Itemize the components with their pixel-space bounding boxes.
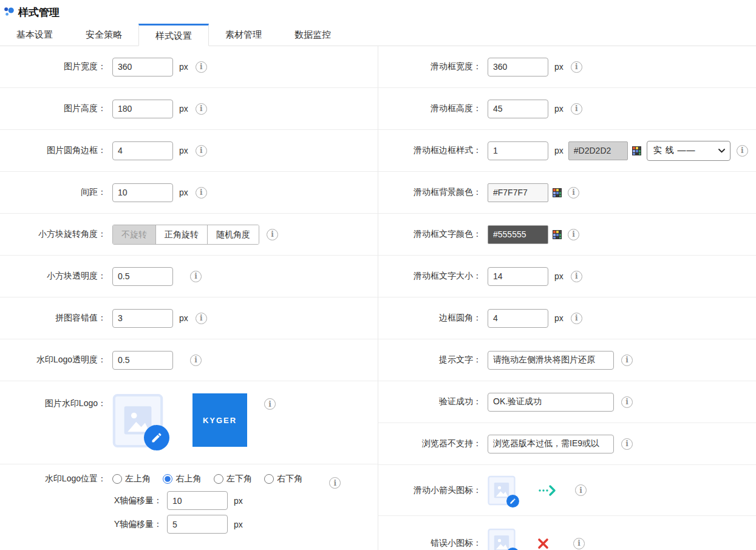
- row-image-radius: 图片圆角边框： px: [0, 130, 378, 172]
- logo-position-content: 左上角 右上角 左下角 右下角: [112, 474, 312, 534]
- unit-label: px: [179, 146, 188, 155]
- row-slider-border-style: 滑动框边框样式： px 实 线 ——: [378, 130, 756, 172]
- info-icon[interactable]: [190, 271, 202, 282]
- row-image-height: 图片高度： px: [0, 88, 378, 130]
- slider-border-style-label: 滑动框边框样式：: [378, 145, 488, 156]
- tab-material-management[interactable]: 素材管理: [209, 23, 278, 46]
- radio-top-left-input[interactable]: [112, 474, 122, 484]
- info-icon[interactable]: [571, 103, 582, 115]
- radio-top-left[interactable]: 左上角: [112, 474, 151, 484]
- info-icon[interactable]: [196, 61, 207, 73]
- image-placeholder-icon: [488, 528, 516, 550]
- tolerance-input[interactable]: [112, 309, 173, 328]
- border-width-input[interactable]: [488, 141, 548, 160]
- logo-opacity-input[interactable]: [112, 351, 173, 370]
- info-icon[interactable]: [737, 145, 748, 157]
- text-color-input[interactable]: [488, 225, 548, 244]
- row-block-opacity: 小方块透明度：: [0, 256, 378, 297]
- watermark-logo-label: 图片水印Logo：: [0, 393, 112, 409]
- info-icon[interactable]: [196, 187, 207, 199]
- unsupported-text-label: 浏览器不支持：: [378, 438, 488, 449]
- info-icon[interactable]: [264, 398, 276, 410]
- slider-height-input[interactable]: [488, 100, 548, 118]
- row-slider-text-size: 滑动框文字大小： px: [378, 256, 756, 297]
- color-palette-icon[interactable]: [632, 146, 641, 155]
- tip-text-input[interactable]: [488, 351, 614, 370]
- info-icon[interactable]: [196, 313, 207, 324]
- slider-width-input[interactable]: [488, 58, 548, 76]
- rotate-random-button[interactable]: 随机角度: [207, 225, 259, 244]
- info-icon[interactable]: [267, 229, 278, 240]
- border-color-input[interactable]: [568, 141, 628, 160]
- tip-text-label: 提示文字：: [378, 355, 488, 365]
- info-icon[interactable]: [573, 538, 585, 549]
- row-arrow-icon: 滑动小箭头图标：: [378, 465, 756, 516]
- radio-bottom-right-label: 右下角: [277, 474, 302, 484]
- radio-bottom-right[interactable]: 右下角: [264, 474, 302, 484]
- info-icon[interactable]: [621, 438, 633, 450]
- radio-bottom-right-input[interactable]: [264, 474, 274, 484]
- info-icon[interactable]: [575, 484, 587, 496]
- text-size-input[interactable]: [488, 267, 548, 286]
- tab-basic-settings[interactable]: 基本设置: [0, 23, 69, 46]
- image-height-input[interactable]: [112, 100, 173, 118]
- error-icon-upload[interactable]: [488, 528, 516, 550]
- info-icon[interactable]: [621, 355, 633, 366]
- info-icon[interactable]: [568, 187, 579, 199]
- line-style-select[interactable]: 实 线 ——: [647, 141, 730, 161]
- unsupported-text-input[interactable]: [488, 435, 614, 453]
- error-icon-label: 错误小图标：: [378, 538, 488, 549]
- success-text-input[interactable]: [488, 393, 614, 412]
- block-opacity-input[interactable]: [112, 267, 173, 286]
- radio-bottom-left-label: 左下角: [226, 474, 252, 484]
- color-palette-icon[interactable]: [553, 188, 562, 197]
- x-offset-label: X轴偏移量：: [112, 495, 167, 506]
- info-icon[interactable]: [571, 271, 582, 282]
- info-icon[interactable]: [621, 396, 633, 408]
- watermark-logo-upload[interactable]: [112, 393, 163, 448]
- info-icon[interactable]: [571, 61, 582, 73]
- rotate-none-button[interactable]: 不旋转: [113, 225, 155, 244]
- bg-color-input[interactable]: [488, 183, 548, 202]
- y-offset-input[interactable]: [167, 515, 228, 534]
- radio-top-right[interactable]: 右上角: [163, 474, 201, 484]
- edit-pencil-icon[interactable]: [506, 495, 519, 508]
- brand-logo-text: KYGER: [203, 416, 237, 425]
- unit-label: px: [234, 496, 243, 506]
- arrow-icon-upload[interactable]: [488, 475, 516, 506]
- arrow-icon-label: 滑动小箭头图标：: [378, 485, 488, 496]
- unit-label: px: [554, 104, 564, 114]
- info-icon[interactable]: [568, 229, 579, 240]
- info-icon[interactable]: [196, 103, 207, 115]
- slider-text-color-label: 滑动框文字颜色：: [378, 229, 488, 240]
- info-icon[interactable]: [196, 145, 207, 157]
- radio-bottom-left-input[interactable]: [214, 474, 223, 484]
- info-icon[interactable]: [329, 477, 341, 489]
- block-opacity-label: 小方块透明度：: [0, 271, 112, 282]
- color-palette-icon[interactable]: [553, 230, 562, 239]
- radio-bottom-left[interactable]: 左下角: [214, 474, 252, 484]
- rotate-right-angle-button[interactable]: 正角旋转: [155, 225, 207, 244]
- radio-top-right-input[interactable]: [163, 474, 172, 484]
- edit-pencil-icon[interactable]: [144, 425, 169, 450]
- unit-label: px: [554, 62, 564, 72]
- right-column: 滑动框宽度： px 滑动框高度： px 滑动框边框样式： px: [378, 46, 756, 550]
- row-corner-radius: 边框圆角： px: [378, 297, 756, 339]
- row-slider-height: 滑动框高度： px: [378, 88, 756, 130]
- image-width-input[interactable]: [112, 58, 173, 76]
- x-offset-input[interactable]: [167, 491, 228, 510]
- page-title: 样式管理: [18, 5, 60, 19]
- unit-label: px: [179, 313, 188, 323]
- gap-input[interactable]: [112, 183, 173, 202]
- app-logo-icon: [4, 6, 15, 18]
- info-icon[interactable]: [190, 355, 202, 366]
- row-image-width: 图片宽度： px: [0, 46, 378, 88]
- tab-data-monitoring[interactable]: 数据监控: [278, 23, 347, 46]
- info-icon[interactable]: [571, 313, 582, 324]
- image-radius-input[interactable]: [112, 141, 173, 160]
- tab-security-policy[interactable]: 安全策略: [69, 23, 138, 46]
- tab-style-settings[interactable]: 样式设置: [138, 24, 209, 46]
- row-logo-opacity: 水印Logo透明度：: [0, 339, 378, 381]
- row-slider-text-color: 滑动框文字颜色：: [378, 214, 756, 256]
- corner-radius-input[interactable]: [488, 309, 548, 328]
